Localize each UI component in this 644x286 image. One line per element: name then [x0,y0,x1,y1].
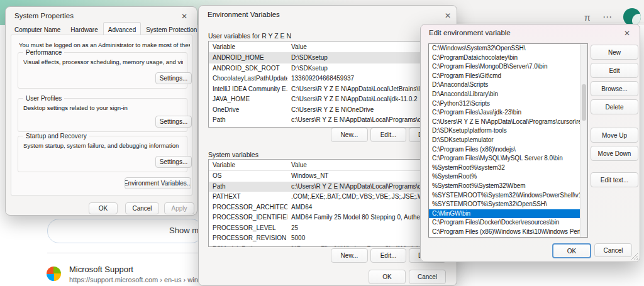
scrollbar[interactable] [580,44,587,237]
list-item[interactable]: C:\ProgramData\chocolatey\bin [429,53,580,63]
table-header: Variable Value [209,41,449,53]
list-item[interactable]: %SystemRoot% [429,172,580,182]
table-row[interactable]: IntelliJ IDEA Community E...C:\Users\R Y… [209,84,449,95]
variable-name: Path [209,182,287,192]
variable-name: OneDrive [209,105,287,116]
list-item[interactable]: C:\Program Files\Docker\Docker\resources… [429,218,580,228]
dialog-title: Environment Variables [208,11,280,18]
variable-name: PROCESSOR_IDENTIFIER [209,212,287,223]
list-item[interactable]: D:\SDKsetup\platform-tools [429,126,580,136]
environment-variables-button[interactable]: Environment Variables... [125,177,191,189]
list-item[interactable]: C:\Python312\Scripts [429,99,580,109]
list-item[interactable]: C:\Program Files (x86)\Windows Kits\10\W… [429,228,580,237]
table-row[interactable]: OneDriveC:\Users\R Y Z E N\OneDrive [209,105,449,116]
startup-settings-button[interactable]: Settings... [155,156,192,168]
list-item[interactable]: D:\SDKsetup\emulator [429,136,580,145]
path-entries-list: C:\Windows\System32\OpenSSH\C:\ProgramDa… [428,43,588,238]
list-item[interactable]: D:\Anaconda\Scripts [429,80,580,90]
table-row[interactable]: OSWindows_NT [209,171,449,182]
table-row[interactable]: Pathc:\Users\R Y Z E N\AppData\Local\Pro… [209,115,449,126]
tab-advanced[interactable]: Advanced [103,22,141,36]
table-row[interactable]: ChocolateyLastPathUpdate1336092046684599… [209,74,449,84]
scrollbar-thumb[interactable] [582,84,586,121]
close-icon[interactable]: ✕ [622,28,632,38]
ok-button[interactable]: OK [369,270,406,284]
screen: π ⋯ ⌄ Show mo Microsoft Support https://… [0,0,644,286]
system-variables-table: Variable Value OSWindows_NTPathc:\Users\… [208,159,450,247]
list-item[interactable]: C:\MinGW\bin [429,209,580,219]
variable-name: JAVA_HOME [209,94,287,105]
variable-name: ChocolateyLastPathUpdate [209,74,287,84]
new-button[interactable]: New [591,45,638,60]
edit-environment-variable-dialog: Edit environment variable ✕ C:\Windows\S… [420,24,640,262]
show-more-pill[interactable]: Show mo [47,219,203,243]
variable-name: IntelliJ IDEA Community E... [209,84,287,95]
table-row[interactable]: Pathc:\Users\R Y Z E N\AppData\Local\Pro… [209,182,449,192]
list-item[interactable]: %SystemRoot%\System32\Wbem [429,182,580,191]
list-item[interactable]: %SYSTEMROOT%\System32\OpenSSH\ [429,200,580,209]
user-edit-button[interactable]: Edit... [370,128,406,142]
dialog-title: System Properties [14,12,74,19]
browse-button[interactable]: Browse... [591,81,638,96]
variable-name: PROCESSOR_REVISION [209,233,287,244]
performance-settings-button[interactable]: Settings... [155,72,192,84]
list-item[interactable]: %SystemRoot%\system32 [429,163,580,173]
list-item[interactable]: C:\Program Files (x86)\nodejs\ [429,145,580,155]
variable-name: OS [209,171,287,182]
edit-button[interactable]: Edit [591,63,638,78]
cancel-button[interactable]: Cancel [125,202,159,214]
variable-name: PROCESSOR_ARCHITECTU... [209,202,287,213]
group-label: Startup and Recovery [23,133,89,140]
startup-recovery-group: Startup and Recovery System startup, sys… [18,136,187,172]
table-row[interactable]: PROCESSOR_LEVEL25 [209,223,449,234]
table-row[interactable]: PSModulePath%ProgramFiles%\WindowsPowerS… [209,244,449,248]
ok-button[interactable]: OK [552,243,591,258]
close-icon[interactable]: ✕ [179,11,189,21]
variable-name: PROCESSOR_LEVEL [209,223,287,234]
table-row[interactable]: ANDROID_SDK_ROOTD:\SDKsetup [209,63,449,74]
list-item[interactable]: D:\Anaconda\Library\bin [429,90,580,99]
list-item[interactable]: C:\Windows\System32\OpenSSH\ [429,44,580,53]
search-result-title[interactable]: Microsoft Support [69,265,133,274]
list-item[interactable]: C:\Users\R Y Z E N\AppData\Local\Program… [429,118,580,127]
table-row[interactable]: JAVA_HOMEC:\Users\R Y Z E N\AppData\Loca… [209,94,449,105]
tab-hardware[interactable]: Hardware [65,23,103,36]
system-edit-button[interactable]: Edit... [370,248,406,263]
performance-group: Performance Visual effects, processor sc… [18,52,187,89]
table-row[interactable]: PROCESSOR_ARCHITECTU...AMD64 [209,202,449,213]
move-up-button[interactable]: Move Up [591,128,638,143]
table-row[interactable]: ANDROID_HOMED:\SDKsetup [209,53,449,63]
list-item[interactable]: C:\Program Files\MySQL\MySQL Server 8.0\… [429,154,580,163]
tab-computer-name[interactable]: Computer Name [9,23,65,36]
table-row[interactable]: PROCESSOR_IDENTIFIERAMD64 Family 25 Mode… [209,212,449,223]
group-description: Visual effects, processor scheduling, me… [23,58,183,65]
tab-system-protection[interactable]: System Protection [141,23,202,36]
system-new-button[interactable]: New... [331,248,368,263]
cancel-button[interactable]: Cancel [594,243,632,257]
cancel-button[interactable]: Cancel [409,270,446,284]
move-down-button[interactable]: Move Down [591,146,638,161]
user-variables-table: Variable Value ANDROID_HOMED:\SDKsetupAN… [208,41,450,128]
apply-button[interactable]: Apply [164,202,194,214]
user-new-button[interactable]: New... [331,128,368,142]
avatar[interactable] [623,8,641,26]
table-header: Variable Value [209,160,449,171]
delete-button[interactable]: Delete [591,99,638,114]
pi-extension-icon[interactable]: π [584,13,591,23]
more-options-icon[interactable]: ⋯ [602,11,613,23]
close-icon[interactable]: ✕ [443,11,453,21]
environment-variables-dialog: Environment Variables ✕ User variables f… [198,5,457,286]
list-item[interactable]: C:\Program Files\Git\cmd [429,72,580,81]
list-item[interactable]: C:\Program Files\Java\jdk-23\bin [429,108,580,118]
list-item[interactable]: C:\Program Files\MongoDB\Server\7.0\bin [429,62,580,72]
variable-name: ANDROID_SDK_ROOT [209,63,287,74]
variable-name: PSModulePath [209,244,287,248]
list-item[interactable]: %SYSTEMROOT%\System32\WindowsPowerShell\… [429,191,580,201]
user-profiles-settings-button[interactable]: Settings... [155,116,192,128]
table-row[interactable]: PROCESSOR_REVISION5000 [209,233,449,244]
group-description: System startup, system failure, and debu… [23,142,183,149]
ok-button[interactable]: OK [89,202,118,214]
table-row[interactable]: PATHEXT.COM;.EXE;.BAT;.CMD;.VBS;.VBE;.JS… [209,192,449,202]
edit-text-button[interactable]: Edit text... [591,172,638,187]
results-divider [47,253,198,253]
